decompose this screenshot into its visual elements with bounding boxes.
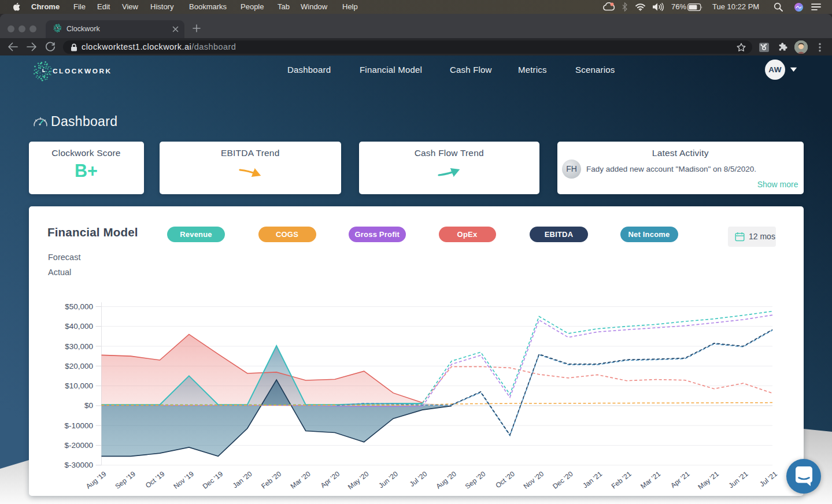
svg-text:$0: $0 [84, 401, 93, 410]
svg-text:$30,000: $30,000 [65, 342, 93, 351]
svg-text:$-30000: $-30000 [64, 461, 93, 469]
svg-text:Aug '19: Aug '19 [84, 470, 108, 491]
svg-text:Apr '21: Apr '21 [669, 470, 692, 490]
svg-text:Oct '19: Oct '19 [144, 470, 167, 490]
svg-text:Feb '21: Feb '21 [610, 470, 633, 491]
svg-text:Oct '20: Oct '20 [494, 470, 516, 490]
svg-text:Jan '20: Jan '20 [231, 470, 254, 490]
svg-text:Jul '20: Jul '20 [408, 470, 429, 488]
svg-text:Dec '19: Dec '19 [201, 470, 225, 491]
svg-text:Nov '20: Nov '20 [522, 470, 546, 491]
svg-text:Jun '20: Jun '20 [377, 470, 400, 490]
svg-text:Sep '20: Sep '20 [464, 470, 487, 491]
svg-text:May '21: May '21 [697, 470, 721, 491]
svg-text:Mar '20: Mar '20 [289, 470, 312, 491]
svg-text:Apr '20: Apr '20 [319, 470, 342, 490]
svg-text:Jun '21: Jun '21 [727, 470, 750, 490]
svg-text:Aug '20: Aug '20 [434, 470, 458, 491]
svg-text:Jul '21: Jul '21 [758, 470, 779, 488]
svg-text:$-10000: $-10000 [64, 421, 93, 430]
svg-text:Jan '21: Jan '21 [581, 470, 604, 490]
svg-text:$50,000: $50,000 [65, 302, 93, 311]
svg-text:Dec '20: Dec '20 [551, 470, 575, 491]
svg-text:May '20: May '20 [346, 470, 371, 491]
svg-text:Feb '20: Feb '20 [260, 470, 283, 491]
svg-text:$20,000: $20,000 [65, 362, 93, 370]
svg-text:Mar '21: Mar '21 [639, 470, 662, 491]
svg-text:Nov '19: Nov '19 [172, 470, 195, 491]
svg-text:Sep '19: Sep '19 [113, 470, 137, 491]
svg-text:$40,000: $40,000 [65, 322, 93, 331]
svg-text:$10,000: $10,000 [65, 381, 93, 390]
svg-text:$-20000: $-20000 [64, 441, 93, 450]
